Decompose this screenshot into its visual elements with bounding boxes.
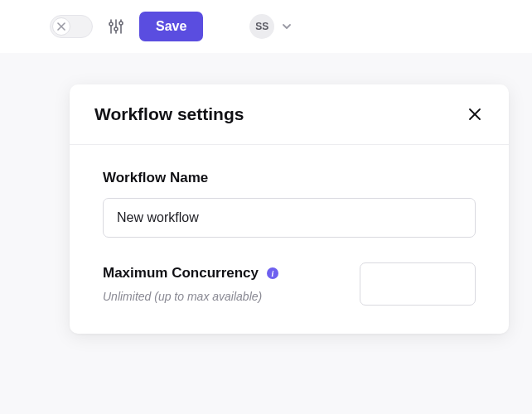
chevron-down-icon <box>281 21 293 32</box>
svg-point-7 <box>119 22 123 25</box>
max-concurrency-helper: Unlimited (up to max available) <box>103 290 278 303</box>
panel-title: Workflow settings <box>94 104 244 124</box>
info-icon[interactable]: i <box>267 267 278 279</box>
avatar: SS <box>249 14 274 39</box>
svg-point-3 <box>109 22 113 26</box>
save-button[interactable]: Save <box>139 12 203 41</box>
svg-point-5 <box>114 27 118 31</box>
workflow-name-label: Workflow Name <box>103 170 476 186</box>
toolbar: Save SS <box>0 0 532 53</box>
workflow-settings-panel: Workflow settings Workflow Name Maximum … <box>70 84 509 334</box>
close-button[interactable] <box>466 105 484 123</box>
main-area: Workflow settings Workflow Name Maximum … <box>0 53 532 414</box>
active-toggle[interactable] <box>50 15 93 38</box>
workflow-name-input[interactable] <box>103 198 476 238</box>
settings-sliders-button[interactable] <box>104 15 128 38</box>
panel-header: Workflow settings <box>70 84 509 145</box>
max-concurrency-label: Maximum Concurrency <box>103 265 259 282</box>
close-icon <box>57 22 65 31</box>
close-icon <box>468 108 481 121</box>
user-menu[interactable]: SS <box>249 14 293 39</box>
max-concurrency-input[interactable] <box>360 262 476 306</box>
toggle-knob <box>52 17 70 36</box>
panel-body: Workflow Name Maximum Concurrency i Unli… <box>70 145 509 334</box>
sliders-icon <box>108 18 124 35</box>
